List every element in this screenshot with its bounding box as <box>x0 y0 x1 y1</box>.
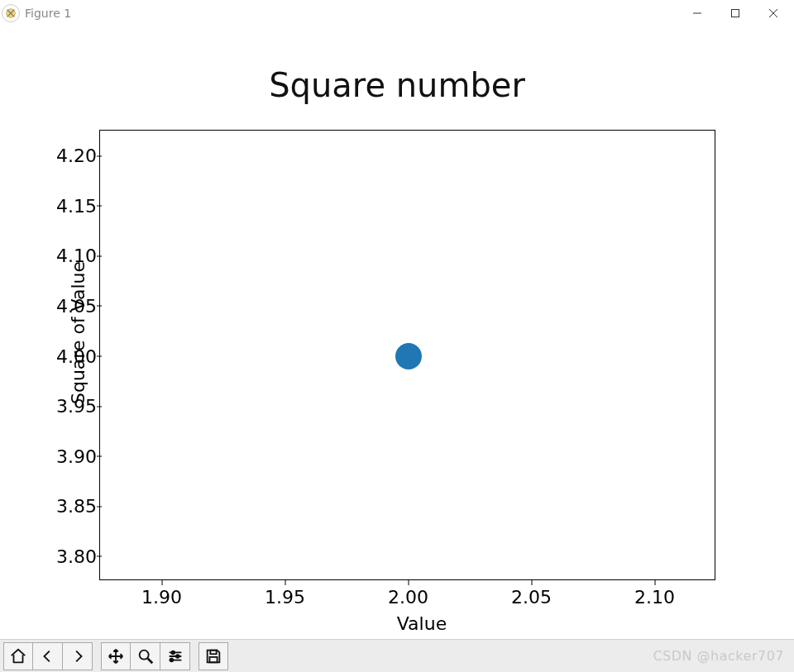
home-button[interactable] <box>3 642 33 670</box>
plot-area: 3.803.853.903.954.004.054.104.154.201.90… <box>99 130 715 580</box>
x-tick-label: 1.95 <box>265 587 305 608</box>
window-titlebar: Figure 1 <box>0 0 794 26</box>
x-tick-label: 2.00 <box>388 587 428 608</box>
x-axis-label: Value <box>99 613 744 634</box>
window-title: Figure 1 <box>25 7 71 20</box>
y-tick-label: 4.10 <box>41 245 97 266</box>
scatter-point <box>395 343 422 369</box>
y-tick-label: 4.00 <box>41 346 97 366</box>
svg-point-7 <box>175 655 179 658</box>
app-icon <box>2 4 20 22</box>
y-tick-label: 4.05 <box>41 295 97 316</box>
forward-button[interactable] <box>63 642 93 670</box>
minimize-button[interactable] <box>678 0 716 26</box>
svg-point-5 <box>139 650 148 659</box>
figure-canvas: Square number Square of Value 3.803.853.… <box>0 26 794 639</box>
save-button[interactable] <box>198 642 228 670</box>
svg-rect-10 <box>209 656 217 661</box>
svg-point-8 <box>170 658 173 661</box>
pan-button[interactable] <box>101 642 131 670</box>
y-tick-label: 3.90 <box>41 446 97 466</box>
configure-subplots-button[interactable] <box>160 642 190 670</box>
svg-rect-2 <box>732 10 739 17</box>
close-button[interactable] <box>754 0 792 26</box>
x-tick-label: 2.05 <box>511 587 552 608</box>
x-tick-label: 1.90 <box>141 587 182 608</box>
y-tick-label: 3.85 <box>41 496 97 517</box>
y-tick-label: 4.15 <box>41 195 97 216</box>
zoom-button[interactable] <box>131 642 160 670</box>
y-tick-label: 3.95 <box>41 396 97 417</box>
y-tick-label: 3.80 <box>41 546 97 566</box>
y-tick-label: 4.20 <box>41 145 97 166</box>
maximize-button[interactable] <box>716 0 754 26</box>
x-tick-label: 2.10 <box>634 587 675 608</box>
svg-rect-9 <box>210 650 216 654</box>
back-button[interactable] <box>33 642 63 670</box>
svg-point-6 <box>171 651 175 654</box>
watermark-text: CSDN @hacker707 <box>653 648 791 664</box>
matplotlib-toolbar: CSDN @hacker707 <box>0 639 794 672</box>
